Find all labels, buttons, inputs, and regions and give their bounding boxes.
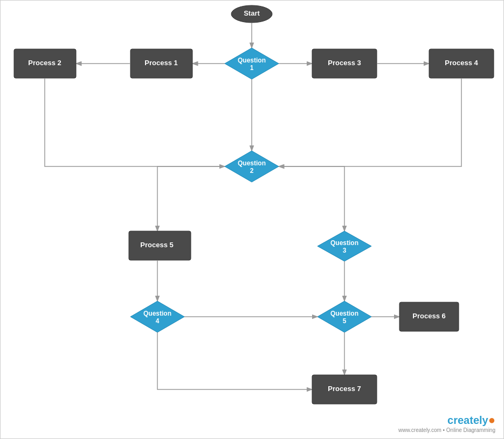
- q1-label2: 1: [250, 64, 254, 72]
- diagram-container: Start Question 1 Process 1 Process 2 Pro…: [0, 0, 504, 439]
- flowchart: Start Question 1 Process 1 Process 2 Pro…: [1, 1, 504, 439]
- arrow-q2-p5: [157, 166, 225, 231]
- arrow-p4-q2: [279, 78, 461, 166]
- brand-dot: ●: [488, 413, 495, 427]
- q2-label2: 2: [250, 167, 254, 175]
- q3-label: Question: [330, 239, 358, 247]
- q2-label: Question: [238, 159, 266, 167]
- branding: creately● www.creately.com • Online Diag…: [398, 413, 495, 433]
- arrow-q2-q3: [279, 166, 344, 231]
- p6-label: Process 6: [412, 312, 445, 320]
- q5-label2: 5: [343, 317, 347, 325]
- brand-name: c: [447, 414, 453, 426]
- q5-label: Question: [330, 310, 358, 317]
- branding-logo: creately●: [398, 413, 495, 427]
- start-label: Start: [244, 9, 260, 17]
- q4-label: Question: [143, 310, 171, 317]
- arrow-q4-p7: [157, 332, 312, 389]
- q4-label2: 4: [156, 317, 160, 325]
- p5-label: Process 5: [140, 241, 173, 249]
- arrow-p2-q2: [45, 78, 225, 166]
- p4-label: Process 4: [445, 59, 478, 67]
- q3-label2: 3: [343, 247, 347, 254]
- p7-label: Process 7: [328, 385, 361, 393]
- p2-label: Process 2: [28, 59, 61, 67]
- p1-label: Process 1: [144, 59, 177, 67]
- q1-label: Question: [238, 57, 266, 64]
- branding-tagline: www.creately.com • Online Diagramming: [398, 427, 495, 433]
- p3-label: Process 3: [328, 59, 361, 67]
